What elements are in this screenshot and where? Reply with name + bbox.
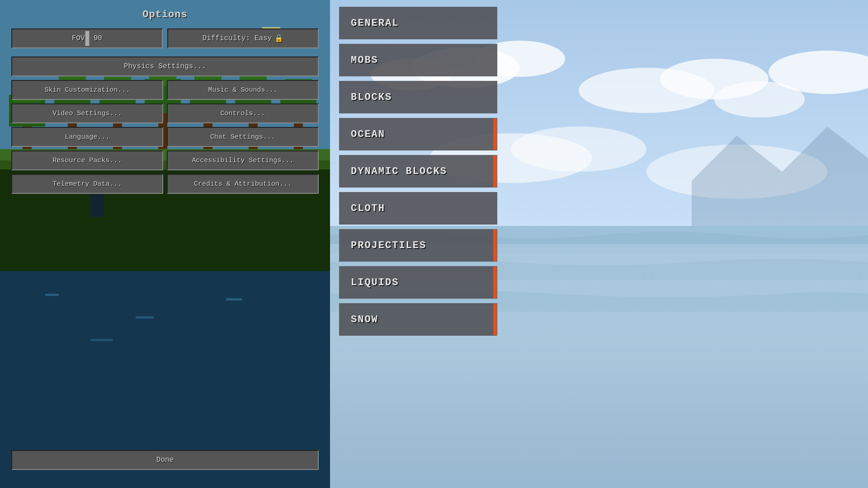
music-sounds-button[interactable]: Music & Sounds...: [167, 80, 319, 100]
controls-button[interactable]: Controls...: [167, 103, 319, 123]
menu-item-ocean[interactable]: OCEAN: [339, 118, 497, 150]
physics-settings-label: Physics Settings...: [124, 62, 206, 70]
video-settings-label: Video Settings...: [52, 110, 122, 117]
telemetry-button[interactable]: Telemetry Data...: [11, 174, 163, 194]
done-label: Done: [156, 456, 174, 464]
physics-settings-button[interactable]: Physics Settings...: [11, 56, 319, 76]
menu-item-ocean-label: OCEAN: [351, 129, 385, 140]
accessibility-label: Accessibility Settings...: [192, 157, 293, 164]
fov-label: FOV: 90: [72, 34, 102, 42]
left-options-panel: Options FOV: 90 Difficulty: Easy 🔒 Physi…: [0, 0, 330, 488]
menu-item-dynamic-blocks-label: DYNAMIC BLOCKS: [351, 166, 447, 177]
chat-settings-label: Chat Settings...: [210, 133, 275, 141]
credits-button[interactable]: Credits & Attribution...: [167, 174, 319, 194]
resource-packs-label: Resource Packs...: [52, 157, 122, 164]
menu-item-cloth-label: CLOTH: [351, 203, 385, 214]
language-label: Language...: [65, 133, 109, 141]
music-sounds-label: Music & Sounds...: [208, 86, 277, 94]
done-button[interactable]: Done: [11, 450, 319, 470]
video-settings-button[interactable]: Video Settings...: [11, 103, 163, 123]
difficulty-button[interactable]: Difficulty: Easy 🔒: [167, 28, 319, 48]
menu-item-dynamic-blocks[interactable]: DYNAMIC BLOCKS: [339, 155, 497, 188]
menu-item-blocks[interactable]: BLOCKS: [339, 81, 497, 113]
menu-item-projectiles-label: PROJECTILES: [351, 240, 426, 251]
lock-icon: 🔒: [274, 34, 283, 43]
credits-label: Credits & Attribution...: [194, 180, 292, 188]
menu-item-liquids[interactable]: LIQUIDS: [339, 266, 497, 299]
menu-item-snow[interactable]: SNOW: [339, 303, 497, 336]
menu-item-blocks-label: BLOCKS: [351, 92, 392, 103]
difficulty-label: Difficulty: Easy: [203, 34, 272, 42]
skin-customization-button[interactable]: Skin Customization...: [11, 80, 163, 100]
menu-item-projectiles[interactable]: PROJECTILES: [339, 229, 497, 262]
options-overlay: Options FOV: 90 Difficulty: Easy 🔒 Physi…: [0, 0, 330, 488]
menu-item-general[interactable]: GENERAL: [339, 7, 497, 39]
options-title: Options: [142, 9, 187, 20]
menu-item-liquids-label: LIQUIDS: [351, 277, 399, 288]
right-physics-panel: GENERAL MOBS BLOCKS OCEAN DYNAMIC BLOCKS…: [330, 0, 868, 488]
fov-slider[interactable]: FOV: 90: [11, 28, 163, 48]
controls-label: Controls...: [220, 110, 265, 117]
menu-item-snow-label: SNOW: [351, 314, 378, 325]
accessibility-button[interactable]: Accessibility Settings...: [167, 150, 319, 170]
menu-item-mobs-label: MOBS: [351, 55, 378, 66]
physics-menu-list: GENERAL MOBS BLOCKS OCEAN DYNAMIC BLOCKS…: [330, 0, 868, 343]
top-controls: FOV: 90 Difficulty: Easy 🔒: [11, 28, 319, 48]
resource-packs-button[interactable]: Resource Packs...: [11, 150, 163, 170]
settings-button-grid: Skin Customization... Music & Sounds... …: [11, 80, 319, 194]
language-button[interactable]: Language...: [11, 127, 163, 147]
telemetry-label: Telemetry Data...: [52, 180, 122, 188]
skin-customization-label: Skin Customization...: [44, 86, 130, 94]
menu-item-general-label: GENERAL: [351, 18, 399, 29]
menu-item-cloth[interactable]: CLOTH: [339, 192, 497, 225]
chat-settings-button[interactable]: Chat Settings...: [167, 127, 319, 147]
menu-item-mobs[interactable]: MOBS: [339, 44, 497, 76]
